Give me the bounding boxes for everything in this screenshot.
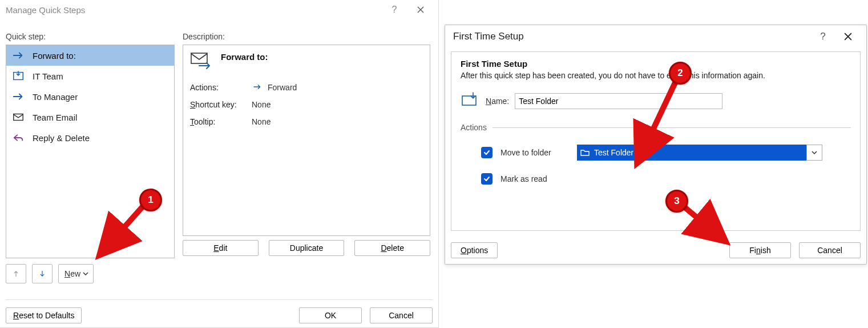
name-label: Name:	[486, 97, 509, 106]
quick-step-item-label: Forward to:	[33, 51, 76, 61]
quick-step-item-label: Team Email	[33, 113, 77, 122]
chevron-down-icon	[83, 271, 88, 277]
quick-step-item-team-email[interactable]: Team Email	[6, 107, 174, 127]
help-button[interactable]: ?	[810, 28, 835, 45]
actions-value: Forward	[268, 83, 297, 92]
edit-button[interactable]: Edit	[183, 240, 259, 256]
actions-key: Actions:	[190, 83, 252, 92]
fts-title: First Time Setup	[453, 31, 524, 42]
separator	[6, 299, 433, 300]
move-to-folder-checkbox[interactable]	[481, 147, 492, 158]
quick-step-list[interactable]: Forward to: IT Team To Manager Team Emai…	[6, 45, 175, 258]
shortcut-value: None	[252, 100, 271, 109]
move-to-folder-label: Move to folder	[500, 148, 569, 157]
reply-icon	[12, 131, 25, 144]
folder-select[interactable]: Test Folder	[577, 145, 822, 161]
quick-step-item-forward[interactable]: Forward to:	[6, 45, 174, 66]
folder-icon	[577, 149, 593, 157]
svg-rect-2	[191, 53, 207, 63]
chevron-down-icon	[812, 150, 817, 155]
cancel-button[interactable]: Cancel	[799, 242, 861, 258]
new-button[interactable]: New	[58, 264, 94, 283]
duplicate-button[interactable]: Duplicate	[269, 240, 345, 256]
description-title: Forward to:	[221, 52, 268, 62]
mark-as-read-checkbox[interactable]	[481, 173, 492, 185]
quick-step-item-reply-delete[interactable]: Reply & Delete	[6, 127, 174, 148]
quick-step-list-label: Quick step:	[6, 32, 46, 41]
fts-subtext: After this quick step has been created, …	[461, 71, 851, 80]
cancel-button[interactable]: Cancel	[370, 307, 433, 323]
quick-step-item-label: IT Team	[33, 71, 63, 81]
description-panel: Forward to: Actions: Forward Shortcut ke…	[183, 45, 430, 236]
quick-step-item-label: To Manager	[33, 92, 78, 102]
inbox-download-icon	[12, 70, 25, 82]
close-button[interactable]	[835, 28, 861, 45]
arrow-right-icon	[252, 82, 263, 93]
finish-button[interactable]: Finish	[729, 242, 791, 258]
fts-heading: First Time Setup	[461, 59, 851, 69]
close-button[interactable]	[407, 1, 434, 18]
ok-button[interactable]: OK	[299, 307, 362, 323]
reset-defaults-button[interactable]: Reset to Defaults	[6, 307, 82, 323]
inbox-download-icon	[461, 91, 480, 110]
move-up-button[interactable]	[6, 264, 26, 283]
mail-icon	[12, 111, 25, 123]
fts-titlebar: First Time Setup ?	[445, 25, 866, 48]
help-button[interactable]: ?	[381, 1, 407, 18]
quick-step-item-to-manager[interactable]: To Manager	[6, 86, 174, 107]
tooltip-key: Tooltip:	[190, 117, 252, 126]
quick-step-item-label: Reply & Delete	[33, 133, 90, 143]
description-label: Description:	[183, 32, 225, 41]
actions-heading: Actions	[461, 123, 487, 132]
tooltip-value: None	[252, 117, 271, 126]
divider	[492, 127, 851, 128]
fts-body: First Time Setup After this quick step h…	[451, 51, 861, 231]
mail-forward-icon	[190, 51, 213, 73]
quick-step-item-it-team[interactable]: IT Team	[6, 66, 174, 86]
arrow-right-icon	[12, 49, 25, 62]
name-input[interactable]	[515, 93, 722, 109]
svg-rect-1	[14, 114, 23, 121]
move-down-button[interactable]	[32, 264, 53, 283]
manage-quick-steps-dialog: Manage Quick Steps ? Quick step: Descrip…	[0, 0, 439, 328]
manage-title: Manage Quick Steps	[6, 5, 85, 15]
delete-button[interactable]: Delete	[354, 240, 430, 256]
options-button[interactable]: Options	[451, 242, 498, 258]
folder-select-value: Test Folder	[593, 148, 806, 157]
first-time-setup-dialog: First Time Setup ? First Time Setup Afte…	[445, 25, 867, 265]
shortcut-key: Shortcut key:	[190, 100, 252, 109]
manage-titlebar: Manage Quick Steps ?	[0, 0, 438, 19]
folder-select-dropdown[interactable]	[806, 145, 822, 161]
arrow-right-icon	[12, 90, 25, 103]
mark-as-read-label: Mark as read	[500, 174, 569, 183]
